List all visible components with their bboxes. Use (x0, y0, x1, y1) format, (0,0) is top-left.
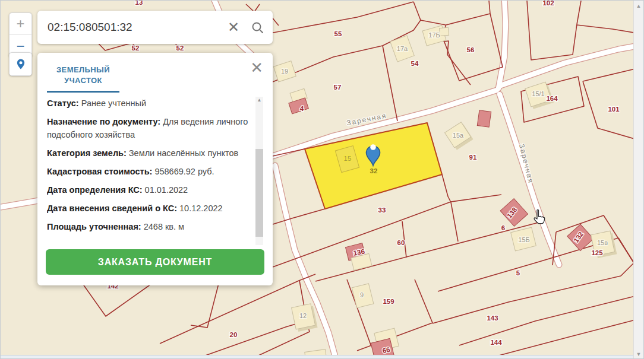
map-label-54: 54 (411, 60, 419, 67)
map-label-159: 159 (383, 298, 394, 305)
parcel-info-popup: ✕ ЗЕМЕЛЬНЫЙ УЧАСТОК Статус:Ранее учтенны… (37, 53, 273, 285)
map-label-13: 13 (135, 1, 143, 6)
page-scrollbar[interactable]: ▲ ▼ (633, 1, 643, 359)
map-label-52: 52 (176, 45, 184, 52)
page-scroll-down-icon[interactable]: ▼ (634, 351, 643, 357)
search-icon (251, 21, 264, 34)
map-label-4: 4 (300, 105, 304, 112)
map-label-164: 164 (546, 95, 558, 102)
search-bar: ✕ (37, 11, 273, 44)
map-label-17Б: 17Б (428, 31, 440, 39)
map-label-52: 52 (132, 45, 140, 52)
map-label-15: 15 (344, 155, 352, 162)
search-input[interactable] (37, 21, 222, 34)
zoom-controls: + − (9, 12, 32, 58)
parcel-fields: Статус:Ранее учтенный Назначение по доку… (47, 97, 251, 245)
map-label-20: 20 (230, 331, 238, 338)
clear-search-button[interactable]: ✕ (222, 15, 245, 39)
field-area: Площадь уточненная:2468 кв. м (47, 220, 251, 233)
map-label-101: 101 (608, 106, 620, 113)
popup-close-button[interactable]: ✕ (245, 59, 268, 77)
map-label-19: 19 (281, 68, 288, 75)
tab-land-parcel[interactable]: ЗЕМЕЛЬНЫЙ УЧАСТОК (47, 65, 119, 93)
cadastral-map-app: 1352525557545610216410191336605159143144… (0, 0, 644, 359)
map-label-57: 57 (334, 84, 342, 91)
map-label-6: 6 (501, 224, 505, 231)
map-label-5: 5 (516, 269, 520, 277)
map-label-56: 56 (467, 46, 475, 53)
window-bottom-edge (1, 355, 633, 358)
field-status: Статус:Ранее учтенный (47, 97, 251, 110)
map-label-15в: 15в (597, 239, 608, 246)
page-scroll-up-icon[interactable]: ▲ (634, 3, 643, 9)
popup-scrollbar[interactable]: ▲ (255, 97, 263, 245)
map-label-60: 60 (397, 239, 405, 246)
map-label-12: 12 (299, 312, 307, 319)
map-label-91: 91 (469, 154, 477, 161)
locate-parcel-button[interactable] (9, 52, 32, 76)
map-label-33: 33 (378, 206, 386, 214)
field-record-date: Дата внесения сведений о КС:10.12.2022 (47, 202, 251, 215)
map-label-102: 102 (542, 1, 554, 7)
order-document-button[interactable]: ЗАКАЗАТЬ ДОКУМЕНТ (46, 249, 264, 275)
field-valuation-date: Дата определения КС:01.01.2022 (47, 183, 251, 196)
map-label-55: 55 (334, 30, 342, 37)
map-label-143: 143 (487, 314, 498, 322)
field-land-category: Категория земель:Земли населённых пункто… (47, 147, 251, 160)
map-label-15/1: 15/1 (532, 90, 544, 97)
map-label-32: 32 (370, 167, 378, 174)
popup-scroll-up-icon[interactable]: ▲ (255, 97, 263, 104)
map-marker-icon (15, 58, 27, 70)
map-label-17a: 17a (397, 45, 408, 52)
map-label-9: 9 (360, 291, 364, 298)
map-label-125: 125 (591, 249, 603, 256)
field-purpose: Назначение по документу:Для ведения личн… (47, 115, 251, 141)
field-cadastral-value: Кадастровая стоимость:958669.92 руб. (47, 165, 251, 178)
search-button[interactable] (245, 15, 269, 39)
zoom-in-button[interactable]: + (10, 13, 31, 35)
map-label-144: 144 (490, 339, 502, 346)
popup-scrollbar-thumb[interactable] (255, 149, 263, 237)
map-label-15a: 15a (453, 132, 464, 139)
map-label-15Б: 15Б (518, 236, 529, 243)
